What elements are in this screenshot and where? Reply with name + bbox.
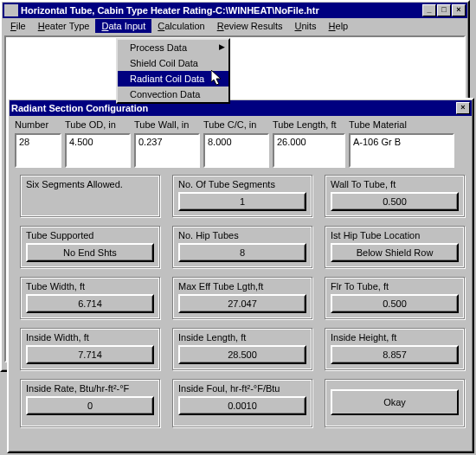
max-eff-tube-lgth-group: Max Eff Tube Lgth,ft 27.047: [172, 277, 312, 319]
six-segments-label: Six Segments Allowed.: [26, 179, 154, 189]
minimize-button[interactable]: _: [422, 4, 436, 16]
wall-to-tube-button[interactable]: 0.500: [331, 192, 459, 211]
flr-to-tube-label: Flr To Tube, ft: [331, 281, 459, 292]
tube-od-input[interactable]: 4.500: [65, 133, 131, 168]
tube-length-input[interactable]: 26.000: [273, 133, 345, 168]
tube-cc-input[interactable]: 8.000: [203, 133, 269, 168]
data-input-dropdown: Process Data ▶ Shield Coil Data Radiant …: [116, 38, 230, 104]
menu-shield-coil-data[interactable]: Shield Coil Data: [118, 55, 228, 71]
inside-rate-group: Inside Rate, Btu/hr-ft²-°F 0: [20, 379, 160, 427]
tube-width-group: Tube Width, ft 6.714: [20, 277, 160, 319]
menu-heater-type[interactable]: Heater Type: [32, 19, 96, 33]
tube-length-label: Tube Length, ft: [273, 119, 345, 130]
tube-material-input[interactable]: A-106 Gr B: [349, 133, 454, 168]
groups-grid: Six Segments Allowed. No. Of Tube Segmen…: [10, 170, 472, 433]
close-button[interactable]: ×: [452, 4, 466, 16]
inside-length-group: Inside Length, ft 28.500: [172, 328, 312, 370]
wall-to-tube-group: Wall To Tube, ft 0.500: [325, 175, 465, 217]
tube-od-label: Tube OD, in: [65, 119, 131, 130]
dialog-window: Radiant Section Configuration × Number 2…: [7, 98, 474, 453]
menu-radiant-coil-data[interactable]: Radiant Coil Data: [118, 71, 228, 87]
submenu-arrow-icon: ▶: [219, 42, 225, 51]
menu-calculation[interactable]: Calculation: [151, 19, 210, 33]
tube-material-label: Tube Material: [349, 119, 454, 130]
wall-to-tube-label: Wall To Tube, ft: [331, 179, 459, 189]
menu-file[interactable]: File: [4, 19, 32, 33]
app-icon: [4, 4, 18, 16]
inside-rate-label: Inside Rate, Btu/hr-ft²-°F: [26, 383, 154, 394]
no-tube-segments-group: No. Of Tube Segments 1: [172, 175, 312, 217]
tube-cc-label: Tube C/C, in: [203, 119, 269, 130]
inside-height-group: Inside Height, ft 8.857: [325, 328, 465, 370]
dialog-titlebar: Radiant Section Configuration ×: [10, 100, 472, 116]
first-hip-tube-loc-label: Ist Hip Tube Location: [331, 230, 459, 240]
max-eff-tube-lgth-button[interactable]: 27.047: [178, 294, 306, 313]
top-fields-row: Number 28 Tube OD, in 4.500 Tube Wall, i…: [10, 116, 472, 170]
max-eff-tube-lgth-label: Max Eff Tube Lgth,ft: [178, 281, 306, 292]
inside-height-label: Inside Height, ft: [331, 332, 459, 343]
inside-width-label: Inside Width, ft: [26, 332, 154, 343]
inside-foul-label: Inside Foul, hr-ft²-°F/Btu: [178, 383, 306, 394]
no-hip-tubes-group: No. Hip Tubes 8: [172, 226, 312, 268]
no-tube-segments-label: No. Of Tube Segments: [178, 179, 306, 189]
flr-to-tube-button[interactable]: 0.500: [331, 294, 459, 313]
main-titlebar: Horizontal Tube, Cabin Type Heater Ratin…: [3, 3, 467, 18]
menu-help[interactable]: Help: [323, 19, 355, 33]
main-title: Horizontal Tube, Cabin Type Heater Ratin…: [21, 5, 422, 16]
number-label: Number: [15, 119, 61, 130]
inside-length-label: Inside Length, ft: [178, 332, 306, 343]
first-hip-tube-loc-button[interactable]: Below Shield Row: [331, 243, 459, 262]
tube-width-label: Tube Width, ft: [26, 281, 154, 292]
tube-wall-input[interactable]: 0.237: [134, 133, 200, 168]
menu-review-results[interactable]: Review Results: [211, 19, 289, 33]
first-hip-tube-loc-group: Ist Hip Tube Location Below Shield Row: [325, 226, 465, 268]
menu-data-input[interactable]: Data Input: [95, 19, 151, 33]
tube-supported-group: Tube Supported No End Shts: [20, 226, 160, 268]
flr-to-tube-group: Flr To Tube, ft 0.500: [325, 277, 465, 319]
no-tube-segments-button[interactable]: 1: [178, 192, 306, 211]
inside-rate-button[interactable]: 0: [26, 396, 154, 415]
no-hip-tubes-label: No. Hip Tubes: [178, 230, 306, 240]
okay-button[interactable]: Okay: [331, 389, 459, 415]
six-segments-group: Six Segments Allowed.: [20, 175, 160, 217]
menubar: File Heater Type Data Input Calculation …: [3, 18, 467, 34]
tube-wall-label: Tube Wall, in: [134, 119, 200, 130]
number-input[interactable]: 28: [15, 133, 61, 168]
no-hip-tubes-button[interactable]: 8: [178, 243, 306, 262]
inside-width-button[interactable]: 7.714: [26, 345, 154, 364]
okay-group: Okay: [325, 379, 465, 427]
dialog-close-button[interactable]: ×: [456, 102, 470, 114]
menu-units[interactable]: Units: [289, 19, 323, 33]
inside-foul-group: Inside Foul, hr-ft²-°F/Btu 0.0010: [172, 379, 312, 427]
menu-convection-data[interactable]: Convection Data: [118, 87, 228, 102]
inside-length-button[interactable]: 28.500: [178, 345, 306, 364]
maximize-button[interactable]: □: [437, 4, 451, 16]
tube-width-button[interactable]: 6.714: [26, 294, 154, 313]
dialog-title: Radiant Section Configuration: [11, 103, 456, 113]
inside-height-button[interactable]: 8.857: [331, 345, 459, 364]
menu-process-data[interactable]: Process Data ▶: [118, 40, 228, 55]
tube-supported-button[interactable]: No End Shts: [26, 243, 154, 262]
tube-supported-label: Tube Supported: [26, 230, 154, 240]
inside-width-group: Inside Width, ft 7.714: [20, 328, 160, 370]
inside-foul-button[interactable]: 0.0010: [178, 396, 306, 415]
